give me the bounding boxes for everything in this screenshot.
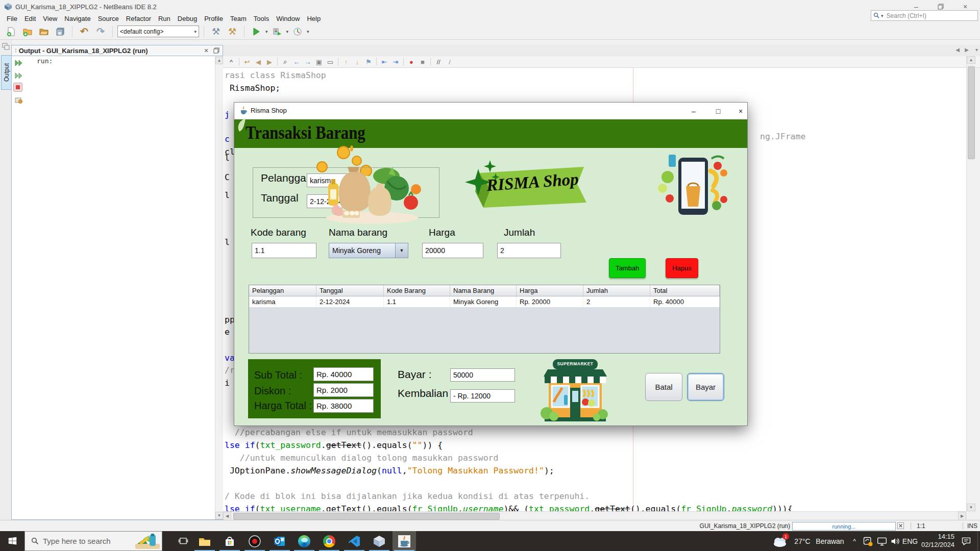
scroll-up-icon[interactable]: ▲ (215, 57, 223, 64)
dialog-title-bar[interactable]: Risma Shop – □ × (234, 103, 747, 119)
taskbar-app-vscode[interactable] (342, 531, 366, 551)
taskbar-app-recorder[interactable] (243, 531, 266, 551)
toggle-bookmark-icon[interactable]: ⚑ (363, 57, 374, 66)
nama-barang-select[interactable]: Minyak Goreng ▼ (329, 243, 408, 258)
taskbar-search-box[interactable]: Type here to search (24, 531, 162, 551)
config-select[interactable]: <default config>▾ (117, 26, 199, 37)
output-title-bar[interactable]: ⁞ Output - GUI_Karisma_18_XIPPLG2 (run) (11, 45, 223, 56)
new-file-button[interactable] (4, 25, 18, 38)
save-all-button[interactable] (53, 25, 67, 38)
weather-temp[interactable]: 27°C (792, 531, 813, 551)
toggle-highlight-icon[interactable]: ▣ (314, 57, 324, 66)
menu-tools[interactable]: Tools (250, 14, 273, 23)
dialog-maximize-button[interactable]: □ (708, 105, 728, 117)
uncomment-icon[interactable]: / (445, 57, 455, 66)
scrollbar-thumb[interactable] (968, 66, 975, 159)
menu-window[interactable]: Window (273, 14, 303, 23)
tab-scroll-right-icon[interactable]: ▶ (965, 47, 969, 53)
new-project-button[interactable] (20, 25, 35, 38)
shift-left-icon[interactable]: ⇤ (379, 57, 389, 66)
bayar-button[interactable]: Bayar (687, 373, 724, 401)
notification-center-icon[interactable] (958, 531, 975, 551)
output-scrollbar[interactable]: ▲ ▼ (215, 57, 223, 519)
stop-run-icon[interactable] (13, 83, 22, 92)
scroll-right-icon[interactable]: ▶ (958, 512, 966, 520)
batal-button[interactable]: Batal (645, 373, 682, 401)
back-icon[interactable]: ◀ (253, 57, 263, 66)
taskbar-app-edge[interactable] (292, 531, 316, 551)
weather-desc[interactable]: Berawan (814, 531, 846, 551)
comment-icon[interactable]: // (433, 57, 444, 66)
menu-source[interactable]: Source (94, 14, 122, 23)
table-column-header[interactable]: Kode Barang (384, 285, 450, 296)
start-button[interactable] (0, 531, 24, 551)
task-view-button[interactable] (172, 531, 195, 551)
rectangular-selection-icon[interactable]: ▭ (325, 57, 335, 66)
ide-search-box[interactable]: ▾ Search (Ctrl+I) (871, 10, 978, 21)
table-column-header[interactable]: Jumlah (583, 285, 650, 296)
collapse-icon[interactable]: ^ (226, 57, 236, 66)
transaction-table[interactable]: PelangganTanggalKode BarangNama BarangHa… (249, 285, 720, 354)
table-column-header[interactable]: Tanggal (316, 285, 384, 296)
taskbar-app-outlook[interactable] (268, 531, 291, 551)
scroll-up-icon[interactable]: ▲ (967, 56, 975, 64)
table-column-header[interactable]: Nama Barang (450, 285, 517, 296)
table-column-header[interactable]: Pelanggan (249, 285, 316, 296)
jumlah-input[interactable] (497, 243, 561, 258)
build-project-button[interactable]: ⚒ (209, 25, 223, 38)
profile-project-button[interactable] (290, 25, 305, 38)
redo-button[interactable]: ↷ (93, 25, 108, 38)
find-previous-icon[interactable]: ← (291, 57, 302, 66)
tab-list-icon[interactable]: ▾ (975, 47, 978, 53)
table-row[interactable]: karisma2-12-20241.1Minyak GorengRp. 2000… (249, 296, 720, 307)
debug-dropdown-icon[interactable]: ▾ (286, 29, 289, 34)
scroll-down-icon[interactable]: ▼ (967, 504, 975, 511)
taskbar-app-store[interactable] (218, 531, 241, 551)
hapus-button[interactable]: Hapus (666, 258, 698, 278)
next-bookmark-icon[interactable]: ↓ (352, 57, 362, 66)
ant-settings-icon[interactable] (13, 95, 23, 105)
menu-file[interactable]: File (3, 14, 21, 23)
output-dock-tab[interactable]: Output (1, 55, 12, 90)
table-column-header[interactable]: Harga (517, 285, 583, 296)
open-project-button[interactable] (37, 25, 51, 38)
cancel-progress-icon[interactable] (897, 522, 904, 531)
weather-icon[interactable]: 1 (770, 531, 790, 551)
dock-window-icon[interactable] (2, 43, 10, 50)
show-desktop-divider[interactable] (977, 531, 978, 551)
tambah-button[interactable]: Tambah (609, 258, 646, 278)
previous-bookmark-icon[interactable]: ↑ (341, 57, 351, 66)
bayar-input[interactable] (450, 368, 515, 382)
find-selection-icon[interactable]: ⌕ (280, 57, 290, 66)
taskbar-app-netbeans[interactable] (368, 531, 391, 551)
tray-expand-icon[interactable]: ^ (849, 531, 860, 551)
shift-right-icon[interactable]: ⇥ (390, 57, 401, 66)
scroll-left-icon[interactable]: ◀ (223, 512, 231, 520)
menu-navigate[interactable]: Navigate (61, 14, 94, 23)
tray-sync-icon[interactable] (861, 531, 875, 551)
last-edit-icon[interactable]: ↩ (242, 57, 252, 66)
table-column-header[interactable]: Total (650, 285, 720, 296)
profile-dropdown-icon[interactable]: ▾ (307, 29, 309, 34)
find-next-icon[interactable]: → (303, 57, 313, 66)
tray-volume-icon[interactable] (888, 531, 902, 551)
undo-button[interactable]: ↶ (77, 25, 91, 38)
menu-run[interactable]: Run (155, 14, 174, 23)
diskon-field[interactable] (313, 383, 374, 397)
menu-team[interactable]: Team (227, 14, 250, 23)
taskbar-app-file-explorer[interactable] (193, 531, 216, 551)
combo-arrow-icon[interactable]: ▼ (395, 243, 408, 258)
run-project-button[interactable] (249, 25, 263, 38)
tray-network-icon[interactable] (875, 531, 889, 551)
menu-edit[interactable]: Edit (21, 14, 39, 23)
sub-total-field[interactable] (313, 367, 374, 381)
harga-input[interactable] (422, 243, 483, 258)
output-float-icon[interactable] (211, 45, 222, 56)
tray-language[interactable]: ENG (901, 531, 919, 551)
tab-scroll-left-icon[interactable]: ◀ (955, 47, 960, 53)
rerun-with-changes-icon[interactable] (13, 70, 23, 81)
tray-clock[interactable]: 14:15 02/12/2024 (918, 533, 954, 549)
taskbar-app-chrome[interactable] (317, 531, 341, 551)
dialog-minimize-button[interactable]: – (683, 105, 704, 117)
menu-help[interactable]: Help (303, 14, 324, 23)
